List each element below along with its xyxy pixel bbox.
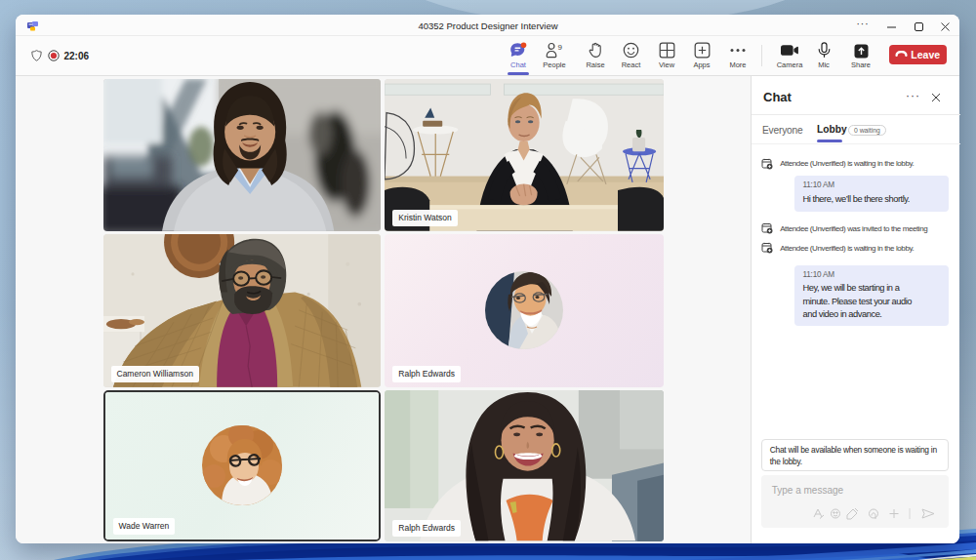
svg-text:9: 9 xyxy=(558,43,563,52)
